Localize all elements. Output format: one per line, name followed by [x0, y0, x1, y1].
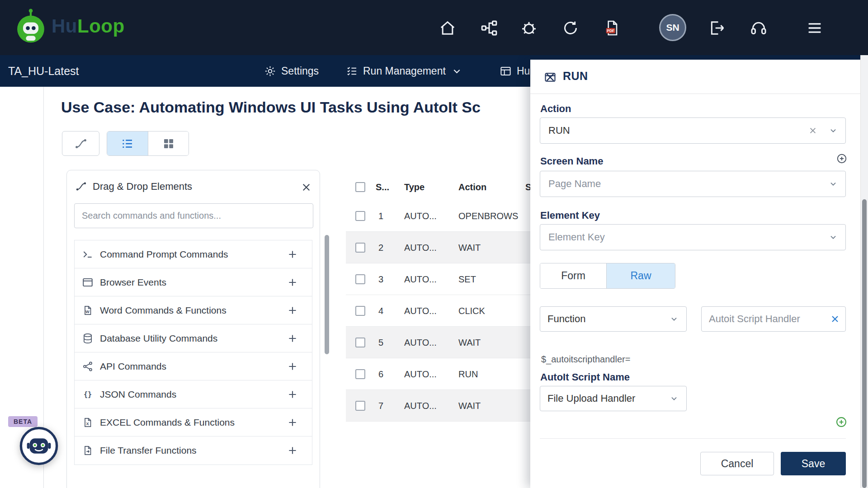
svg-text:{}: {}	[84, 390, 92, 399]
row-checkbox[interactable]	[355, 211, 365, 221]
menu-icon[interactable]	[806, 19, 824, 37]
nav-item-label: Run Management	[363, 65, 446, 77]
screen-name-label: Screen Name	[540, 155, 603, 167]
list-view-icon	[121, 137, 134, 150]
close-icon[interactable]	[300, 181, 312, 193]
palette-item-database-utility[interactable]: Database Utility Commands	[75, 324, 312, 352]
panel-header: RUN	[530, 60, 868, 94]
plus-icon[interactable]	[287, 389, 298, 400]
palette-item-file-transfer[interactable]: File Transfer Functions	[75, 436, 312, 465]
row-checkbox[interactable]	[355, 243, 365, 253]
palette-item-label: Database Utility Commands	[100, 333, 287, 344]
sync-icon[interactable]	[561, 19, 580, 37]
clear-icon[interactable]	[808, 126, 817, 135]
json-icon: {}	[82, 389, 94, 400]
pdf-export-icon[interactable]: PDF	[603, 19, 621, 37]
list-view-button[interactable]	[107, 131, 148, 155]
cell-seq: 5	[378, 337, 383, 347]
api-icon	[82, 361, 94, 372]
huloop-logo[interactable]: HuLoop	[16, 7, 125, 45]
row-checkbox[interactable]	[355, 306, 365, 316]
expression-text: $_autoitscripthandler=	[541, 354, 630, 365]
function-value-input[interactable]: Autoit Script Handler	[701, 306, 846, 332]
select-all-checkbox[interactable]	[355, 182, 365, 192]
chevron-down-icon	[828, 179, 838, 189]
cancel-button[interactable]: Cancel	[700, 452, 774, 475]
row-checkbox[interactable]	[355, 338, 365, 347]
database-icon	[82, 333, 94, 344]
screen-name-select[interactable]: Page Name	[540, 171, 846, 197]
mode-toggle: Form Raw	[540, 263, 675, 289]
excel-doc-icon: X	[82, 417, 94, 428]
plus-icon[interactable]	[287, 417, 298, 428]
plus-icon[interactable]	[287, 361, 298, 372]
column-header-type: Type	[404, 182, 425, 192]
view-toggle-group	[107, 131, 189, 156]
plus-icon[interactable]	[287, 445, 298, 456]
cell-seq: 6	[378, 369, 383, 379]
gear-icon	[264, 65, 276, 77]
cell-action: WAIT	[458, 242, 481, 253]
grid-view-button[interactable]	[148, 131, 189, 155]
screen-name-placeholder: Page Name	[548, 178, 601, 190]
terminal-icon	[82, 249, 94, 260]
home-icon[interactable]	[439, 19, 457, 37]
palette-item-api-commands[interactable]: API Commands	[75, 352, 312, 380]
chevron-down-icon	[669, 314, 679, 324]
cell-type: AUTO...	[404, 337, 437, 347]
function-input-value: Autoit Script Handler	[709, 313, 800, 325]
add-parameter-icon[interactable]	[835, 416, 848, 428]
window-scrollbar-thumb[interactable]	[862, 199, 867, 488]
element-key-select[interactable]: Element Key	[540, 224, 846, 250]
plus-icon[interactable]	[287, 277, 298, 288]
save-button[interactable]: Save	[781, 452, 846, 475]
plus-icon[interactable]	[287, 333, 298, 344]
flow-connector-icon	[74, 137, 88, 150]
assistant-mascot[interactable]	[19, 426, 59, 466]
flow-view-button[interactable]	[62, 131, 99, 156]
plus-icon[interactable]	[287, 249, 298, 260]
palette-item-json-commands[interactable]: {} JSON Commands	[75, 380, 312, 408]
palette-item-label: Command Prompt Commands	[100, 249, 287, 260]
headset-icon[interactable]	[750, 19, 768, 37]
row-checkbox[interactable]	[355, 369, 365, 379]
palette-header: Drag & Drop Elements	[67, 170, 320, 201]
chevron-down-icon	[828, 232, 838, 242]
palette-item-excel-commands[interactable]: X EXCEL Commands & Functions	[75, 408, 312, 436]
row-checkbox[interactable]	[355, 274, 365, 284]
element-key-label: Element Key	[540, 210, 600, 221]
plus-icon[interactable]	[287, 305, 298, 316]
element-key-placeholder: Element Key	[548, 231, 605, 243]
palette-search-input[interactable]	[74, 203, 313, 228]
cell-seq: 7	[378, 400, 383, 411]
word-doc-icon: W	[82, 305, 94, 316]
bot-icon[interactable]	[520, 19, 538, 37]
window-scrollbar[interactable]	[860, 55, 868, 488]
svg-text:W: W	[85, 309, 90, 314]
add-screen-icon[interactable]	[836, 153, 848, 164]
action-select[interactable]: RUN	[540, 117, 846, 144]
palette-item-word-commands[interactable]: W Word Commands & Functions	[75, 296, 312, 324]
nav-item-settings[interactable]: Settings	[264, 55, 319, 87]
palette-item-browser-events[interactable]: Browser Events	[75, 268, 312, 296]
logout-icon[interactable]	[708, 19, 726, 37]
script-name-value: File Upload Handler	[547, 393, 635, 404]
avatar[interactable]: SN	[659, 14, 686, 41]
script-name-select[interactable]: File Upload Handler	[540, 386, 687, 411]
nav-item-run-management[interactable]: Run Management	[346, 55, 463, 87]
palette-item-command-prompt[interactable]: Command Prompt Commands	[75, 240, 312, 268]
close-icon[interactable]	[544, 71, 557, 84]
workflow-icon[interactable]	[480, 19, 498, 37]
content-scrollbar[interactable]	[325, 235, 329, 354]
raw-mode-button[interactable]: Raw	[606, 263, 675, 288]
row-checkbox[interactable]	[355, 401, 365, 411]
footer-divider	[540, 438, 846, 439]
run-step-panel: RUN Action RUN Screen Name Page Name Ele…	[530, 60, 868, 488]
grid-view-icon	[162, 137, 175, 150]
action-label: Action	[540, 103, 571, 115]
function-select[interactable]: Function	[540, 306, 687, 332]
palette-list: Command Prompt Commands Browser Events W	[74, 240, 312, 465]
clear-icon[interactable]	[830, 314, 840, 324]
form-mode-button[interactable]: Form	[540, 263, 606, 288]
browser-icon	[82, 277, 94, 288]
